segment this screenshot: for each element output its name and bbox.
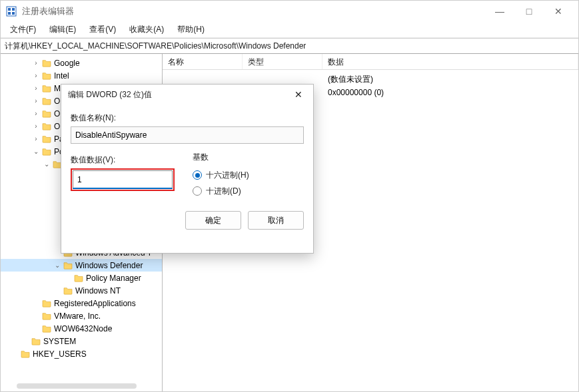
folder-icon xyxy=(31,337,41,345)
tree-item[interactable]: ⌄Windows Defender xyxy=(1,259,162,272)
horizontal-scrollbar[interactable] xyxy=(17,383,137,389)
menu-favorites[interactable]: 收藏夹(A) xyxy=(124,23,169,37)
menu-edit[interactable]: 编辑(E) xyxy=(44,23,81,37)
base-group-label: 基数 xyxy=(193,152,304,163)
tree-item[interactable]: WOW6432Node xyxy=(1,322,162,335)
tree-label: Windows NT xyxy=(75,286,121,295)
folder-icon xyxy=(21,350,30,358)
folder-icon xyxy=(42,97,51,105)
regedit-window: 注册表编辑器 — □ ✕ 文件(F) 编辑(E) 查看(V) 收藏夹(A) 帮助… xyxy=(0,0,579,392)
list-header: 名称 类型 数据 xyxy=(163,54,578,70)
cancel-button[interactable]: 取消 xyxy=(248,211,304,230)
tree-twisty[interactable]: ⌄ xyxy=(31,148,41,155)
app-icon xyxy=(6,6,17,17)
folder-icon xyxy=(42,85,51,93)
folder-icon xyxy=(42,325,51,333)
tree-label: RegisteredApplications xyxy=(54,299,136,308)
tree-label: VMware, Inc. xyxy=(54,311,101,321)
tree-twisty[interactable]: › xyxy=(31,85,41,92)
window-title: 注册表编辑器 xyxy=(22,5,490,17)
radio-dec-label: 十进制(D) xyxy=(206,186,241,197)
tree-item[interactable]: RegisteredApplications xyxy=(1,297,162,309)
window-controls: — □ ✕ xyxy=(490,6,573,17)
address-bar[interactable]: 计算机\HKEY_LOCAL_MACHINE\SOFTWARE\Policies… xyxy=(1,38,578,54)
tree-label: HKEY_USERS xyxy=(33,349,87,359)
folder-icon xyxy=(74,274,83,282)
cell-data: (数值未设置) xyxy=(322,74,578,85)
menu-view[interactable]: 查看(V) xyxy=(84,23,121,37)
tree-twisty[interactable]: ⌄ xyxy=(53,262,62,269)
close-button[interactable]: ✕ xyxy=(549,6,568,17)
path-text: 计算机\HKEY_LOCAL_MACHINE\SOFTWARE\Policies… xyxy=(5,41,306,52)
tree-label: WOW6432Node xyxy=(54,324,112,333)
menu-file[interactable]: 文件(F) xyxy=(5,23,41,37)
value-name-label: 数值名称(N): xyxy=(71,112,304,124)
svg-rect-1 xyxy=(8,8,11,11)
tree-label: Google xyxy=(54,59,80,68)
radio-hex[interactable] xyxy=(193,170,202,180)
tree-label: Intel xyxy=(54,71,69,81)
edit-dword-dialog: 编辑 DWORD (32 位)值 ✕ 数值名称(N): 数值数据(V): 基数 … xyxy=(61,84,314,254)
tree-twisty[interactable]: › xyxy=(31,97,41,104)
ok-button[interactable]: 确定 xyxy=(185,211,241,230)
col-header-type[interactable]: 类型 xyxy=(243,54,322,69)
svg-rect-3 xyxy=(8,12,11,15)
tree-twisty[interactable]: › xyxy=(31,72,41,79)
tree-item[interactable]: Policy Manager xyxy=(1,272,162,284)
col-header-name[interactable]: 名称 xyxy=(163,54,243,69)
folder-icon xyxy=(42,72,51,80)
dialog-title: 编辑 DWORD (32 位)值 xyxy=(68,89,290,100)
minimize-button[interactable]: — xyxy=(490,6,509,17)
tree-twisty[interactable]: › xyxy=(31,59,41,67)
value-data-label: 数值数据(V): xyxy=(71,154,182,166)
folder-icon xyxy=(42,299,51,307)
dialog-close-button[interactable]: ✕ xyxy=(290,89,306,100)
value-name-input[interactable] xyxy=(71,126,304,144)
tree-twisty[interactable]: › xyxy=(31,110,41,117)
highlight-box xyxy=(71,168,175,191)
folder-icon xyxy=(42,135,51,143)
radio-dec[interactable] xyxy=(193,186,202,196)
folder-icon xyxy=(42,110,51,118)
tree-twisty[interactable]: › xyxy=(31,122,41,130)
folder-icon xyxy=(42,312,51,320)
tree-item[interactable]: VMware, Inc. xyxy=(1,309,162,322)
radio-hex-row[interactable]: 十六进制(H) xyxy=(193,167,304,183)
tree-label: SYSTEM xyxy=(43,337,76,346)
tree-twisty[interactable]: ⌄ xyxy=(42,160,51,168)
folder-icon xyxy=(63,287,73,295)
svg-rect-2 xyxy=(12,8,15,11)
tree-label: Windows Defender xyxy=(75,261,143,270)
folder-icon xyxy=(42,59,51,67)
tree-item[interactable]: SYSTEM xyxy=(1,335,162,347)
tree-item[interactable]: ›Intel xyxy=(1,69,162,82)
tree-twisty[interactable]: › xyxy=(31,135,41,142)
svg-rect-4 xyxy=(12,12,15,15)
tree-item[interactable]: Windows NT xyxy=(1,284,162,297)
menu-help[interactable]: 帮助(H) xyxy=(172,23,210,37)
titlebar: 注册表编辑器 — □ ✕ xyxy=(1,1,578,22)
tree-item[interactable]: ›Google xyxy=(1,57,162,69)
dialog-titlebar: 编辑 DWORD (32 位)值 ✕ xyxy=(61,85,313,104)
cell-data: 0x00000000 (0) xyxy=(322,88,578,97)
folder-icon xyxy=(42,122,51,130)
maximize-button[interactable]: □ xyxy=(520,6,538,17)
folder-icon xyxy=(63,262,73,270)
tree-item[interactable]: HKEY_USERS xyxy=(1,347,162,360)
radio-hex-label: 十六进制(H) xyxy=(206,170,249,181)
dialog-buttons: 确定 取消 xyxy=(71,211,304,230)
col-header-data[interactable]: 数据 xyxy=(322,54,578,69)
value-data-input[interactable] xyxy=(73,170,173,189)
dialog-body: 数值名称(N): 数值数据(V): 基数 十六进制(H) xyxy=(61,104,313,253)
folder-icon xyxy=(42,148,51,156)
menubar: 文件(F) 编辑(E) 查看(V) 收藏夹(A) 帮助(H) xyxy=(1,22,578,38)
radio-dec-row[interactable]: 十进制(D) xyxy=(193,183,304,199)
tree-label: Policy Manager xyxy=(86,274,141,283)
